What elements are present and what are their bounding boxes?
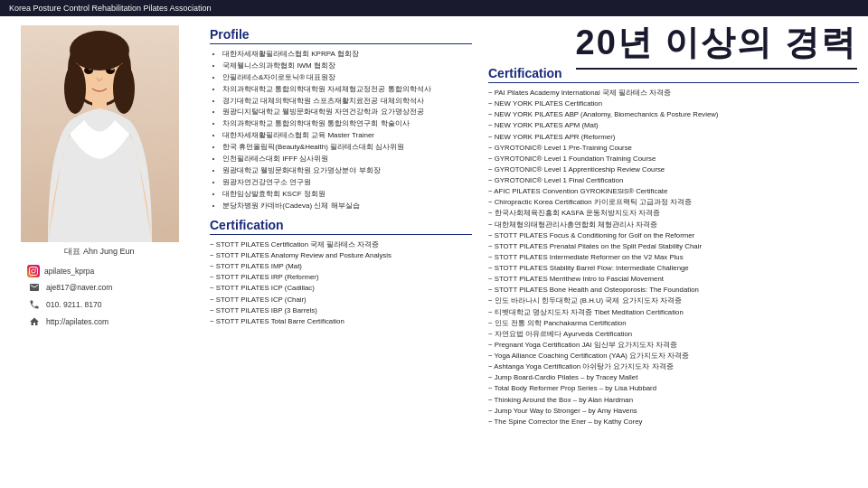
phone-icon [27,297,42,312]
cert-left-list-item: STOTT PILATES IBP (3 Barrels) [210,306,472,315]
cert-right-list-item: The Spine Corrector the Ener – by Kathy … [488,418,859,427]
title-underline [576,68,857,70]
profile-list-item: 국제웰니스의과학협회 IWM 협회장 [222,61,472,70]
profile-list-item: 원광대학교 웰빙문화대학원 요가명상분야 부회장 [222,166,472,175]
middle-panel: Profile 대한자세재활필라테스협회 KPRPA 협회장국제웰니스의과학협회… [199,16,479,484]
cert-right-list-item: NEW YORK PILATES APM (Mat) [488,121,859,130]
instagram-icon [27,265,40,277]
cert-left-list-item: STOTT PILATES ICP (Chair) [210,296,472,305]
cert-right-list-item: Ashtanga Yoga Certification 아쉬탕가 요가지도자 자… [488,362,859,371]
cert-right-list-item: GYROTONIC® Level 1 Foundation Training C… [488,155,859,164]
profile-list-item: 인천필라테스대회 IFFF 심사위원 [222,155,472,164]
profile-list-item: 원광디지털대학교 웰빙문화대학원 자연건강학과 요가명상전공 [222,108,472,117]
cert-left-list: STOTT PILATES Certification 국제 필라테스 자격증S… [210,240,472,326]
svg-point-3 [64,63,86,114]
profile-list-item: 경기대학교 대체의학대학원 스포츠재활치료전공 대체의학석사 [222,97,472,106]
profile-list: 대한자세재활필라테스협회 KPRPA 협회장국제웰니스의과학협회 IWM 협회장… [210,50,472,211]
main-content: 20년 이상의 경력 [0,16,868,484]
cert-right-list-item: AFIC PILATES Convention GYROKINESIS® Cer… [488,187,859,196]
svg-point-10 [70,31,129,70]
phone-row: 010. 9211. 8170 [27,297,172,312]
cert-right-list-item: NEW YORK PILATES Certification [488,99,859,108]
website-icon [27,314,42,329]
website-row: http://apilates.com [27,314,172,329]
top-bar: Korea Posture Control Rehabilitation Pil… [0,0,868,16]
instagram-handle: apilates_kprpa [44,267,94,276]
cert-right-list-item: PAI Pilates Academy International 국제 필라테… [488,89,859,98]
cert-right-list-item: GYROTONIC® Level 1 Final Certification [488,176,859,185]
email-address: aje817@naver.com [46,283,112,292]
cert-right-list-item: STOTT PILATES Intermediate Reformer on t… [488,253,859,262]
title-area: 20년 이상의 경력 [576,20,857,70]
cert-left-list-item: STOTT PILATES IRP (Reformer) [210,273,472,282]
cert-left-list-item: STOTT PILATES Total Barre Certification [210,317,472,326]
email-row: aje817@naver.com [27,280,172,295]
cert-right-list-item: Jump Your Way to Stronger – by Amy Haven… [488,407,859,416]
profile-list-item: 대한임상발효학회 KSCF 정회원 [222,190,472,199]
cert-right-list-item: Pregnant Yoga Certification JAI 임산부 요가지도… [488,341,859,350]
cert-left-list-item: STOTT PILATES IMP (Mat) [210,262,472,271]
cert-right-list-item: STOTT PILATES Focus & Conditioning for G… [488,231,859,240]
cert-right-list-item: Thinking Around the Box – by Alan Hardma… [488,396,859,405]
cert-left-section: Certification STOTT PILATES Certificatio… [210,218,472,326]
website-url: http://apilates.com [46,317,108,326]
org-name-label: Korea Posture Control Rehabilitation Pil… [9,4,212,13]
profile-list-item: 대한자세재활필라테스협회 교육 Master Trainer [222,131,472,140]
profile-list-item: 차의과학대학교 통합의학대학원 자세체형교정전공 통합의학석사 [222,85,472,94]
instagram-row: apilates_kprpa [27,265,172,277]
cert-right-list-item: 인도 바라나시 힌두대학교 (B.H.U) 국제 요가지도자 자격증 [488,296,859,305]
cert-left-list-item: STOTT PILATES Anatomy Review and Posture… [210,251,472,260]
cert-right-list-item: GYROTONIC® Level 1 Apprenticeship Review… [488,165,859,174]
svg-point-4 [113,63,135,114]
phone-number: 010. 9211. 8170 [46,300,101,309]
cert-right-list-item: 자연요법 아유르베다 Ayurveda Certification [488,330,859,339]
cert-left-title: Certification [210,218,472,235]
cert-right-list-item: GYROTONIC® Level 1 Pre-Training Course [488,144,859,153]
email-icon [27,280,42,295]
cert-right-list-item: Chiropractic Korea Certification 카이로프랙틱 … [488,198,859,207]
profile-list-item: 한국 휴먼올림픽(Beauty&Health) 필라테스대회 심사위원 [222,143,472,152]
cert-right-list-item: 대한체형의태형관리사총연합회 체형관리사 자격증 [488,221,859,230]
cert-right-list-item: Total Body Reformer Prop Series – by Lis… [488,384,859,393]
right-panel: Certification PAI Pilates Academy Intern… [479,16,868,484]
cert-right-list-item: 티벳대학교 명상지도자 자격증 Tibet Meditation Certifi… [488,308,859,317]
left-panel: 대표 Ahn Jung Eun apilates_kprpa aje817@na… [0,16,199,484]
cert-right-list-item: STOTT PILATES Merrithew Intro to Fascial… [488,275,859,284]
profile-list-item: 분당차병원 카데바(Cadeva) 신체 해부실습 [222,202,472,211]
cert-right-list: PAI Pilates Academy International 국제 필라테… [488,89,859,427]
cert-left-list-item: STOTT PILATES Certification 국제 필라테스 자격증 [210,240,472,249]
profile-list-item: 대한자세재활필라테스협회 KPRPA 협회장 [222,50,472,59]
cert-right-list-item: 인도 전통 의학 Panchakarma Certification [488,319,859,328]
cert-right-list-item: NEW YORK PILATES ABP (Anatomy, Biomechan… [488,110,859,119]
page-title: 20년 이상의 경력 [576,20,857,66]
cert-right-list-item: STOTT PILATES Prenatal Pilates on the Sp… [488,242,859,251]
profile-section-title: Profile [210,27,472,44]
cert-right-list-item: Jump Board-Cardio Pilates – by Tracey Ma… [488,373,859,382]
cert-right-list-item: STOTT PILATES Bone Health and Osteoporos… [488,286,859,295]
person-name: 대표 Ahn Jung Eun [64,246,134,258]
cert-left-list-item: STOTT PILATES ICP (Cadillac) [210,284,472,293]
profile-list-item: 원광자연건강연구소 연구원 [222,178,472,187]
cert-right-list-item: NEW YORK PILATES APR (Reformer) [488,133,859,142]
photo-container [21,25,179,242]
cert-right-list-item: STOTT PILATES Stability Barrel Flow: Int… [488,264,859,273]
cert-right-list-item: Yoga Alliance Coaching Certification (YA… [488,352,859,361]
profile-list-item: 안필라테스&자이로토닉® 대표원장 [222,73,472,82]
cert-right-list-item: 한국사회체육진흥회 KASFA 운동처방지도자 자격증 [488,209,859,218]
profile-list-item: 차의과학대학교 통합의학대학원 통합의학연구회 학술이사 [222,119,472,128]
